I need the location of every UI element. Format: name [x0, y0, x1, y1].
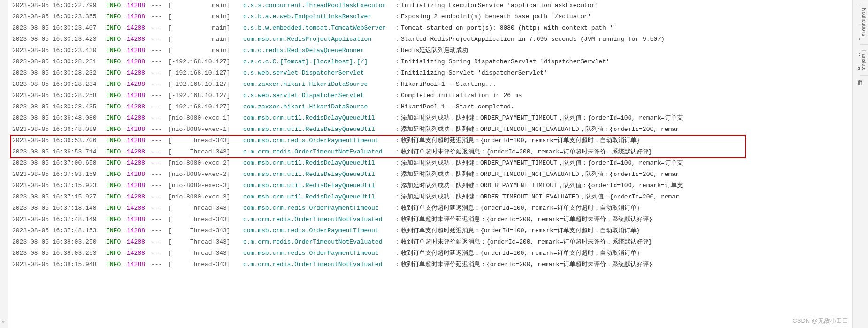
console-output[interactable]: 2023-08-05 16:30:22.799INFO14288---[ mai… [8, 0, 852, 328]
log-row[interactable]: 2023-08-05 16:30:28.234INFO14288---[-192… [8, 79, 852, 90]
log-pid: 14288 [127, 101, 151, 113]
chevron-down-icon[interactable]: ⌄ [1, 317, 5, 324]
log-class: com.msb.crm.util.RedisDelayQueueUtil [243, 124, 393, 135]
log-pid: 14288 [127, 203, 151, 214]
log-pid: 14288 [127, 146, 151, 158]
log-class: com.msb.crm.redis.OrderPaymentTimeout [243, 203, 393, 214]
log-colon: : [393, 0, 401, 11]
log-thread: [ main] [168, 45, 243, 56]
log-message: Exposing 2 endpoint(s) beneath base path… [401, 11, 848, 23]
log-level: INFO [106, 0, 127, 11]
log-level: INFO [106, 11, 127, 23]
log-level: INFO [106, 259, 127, 270]
log-thread: [-192.168.10.127] [168, 90, 243, 101]
log-thread: [nio-8080-exec-1] [168, 113, 243, 124]
log-row[interactable]: 2023-08-05 16:38:03.250INFO14288---[ Thr… [8, 236, 852, 248]
log-message: 添加延时队列成功，队列键：ORDER_PAYMENT_TIMEOUT，队列值：{… [401, 113, 848, 124]
log-timestamp: 2023-08-05 16:30:28.231 [12, 56, 106, 68]
clear-all-icon[interactable]: 🗑 [856, 79, 865, 87]
soft-wrap-icon[interactable]: ↲ [856, 34, 865, 42]
log-level: INFO [106, 23, 127, 34]
log-timestamp: 2023-08-05 16:36:53.714 [12, 146, 106, 158]
log-pid: 14288 [127, 113, 151, 124]
log-row[interactable]: 2023-08-05 16:37:15.927INFO14288---[nio-… [8, 191, 852, 203]
log-level: INFO [106, 90, 127, 101]
log-row[interactable]: 2023-08-05 16:30:28.435INFO14288---[-192… [8, 101, 852, 113]
log-row[interactable]: 2023-08-05 16:38:03.253INFO14288---[ Thr… [8, 248, 852, 259]
log-pid: 14288 [127, 214, 151, 225]
log-row[interactable]: 2023-08-05 16:37:18.148INFO14288---[ Thr… [8, 203, 852, 214]
log-pid: 14288 [127, 191, 151, 203]
log-level: INFO [106, 34, 127, 45]
log-row[interactable]: 2023-08-05 16:38:15.948INFO14288---[ Thr… [8, 259, 852, 270]
log-row[interactable]: 2023-08-05 16:30:22.799INFO14288---[ mai… [8, 0, 852, 11]
log-separator: --- [151, 158, 168, 169]
log-timestamp: 2023-08-05 16:30:28.234 [12, 79, 106, 90]
log-class: c.m.c.redis.RedisDelayQueueRunner [243, 45, 393, 56]
log-separator: --- [151, 0, 168, 11]
scroll-down-icon[interactable]: ↓ [856, 19, 865, 27]
log-row[interactable]: 2023-08-05 16:37:00.658INFO14288---[nio-… [8, 158, 852, 169]
log-row[interactable]: 2023-08-05 16:30:23.430INFO14288---[ mai… [8, 45, 852, 56]
log-thread: [-192.168.10.127] [168, 101, 243, 113]
log-timestamp: 2023-08-05 16:37:18.148 [12, 203, 106, 214]
log-message: 收到订单支付超时延迟消息：{orderId=100, remark=订单支付超时… [401, 203, 848, 214]
log-row[interactable]: 2023-08-05 16:36:48.080INFO14288---[nio-… [8, 113, 852, 124]
log-separator: --- [151, 34, 168, 45]
log-pid: 14288 [127, 236, 151, 248]
log-level: INFO [106, 225, 127, 236]
log-thread: [ Thread-343] [168, 135, 243, 146]
print-icon[interactable]: 🖶 [856, 64, 865, 72]
log-message: 收到订单超时未评价延迟消息：{orderId=200, remark=订单超时未… [401, 236, 848, 248]
log-row[interactable]: 2023-08-05 16:30:28.232INFO14288---[-192… [8, 68, 852, 79]
log-timestamp: 2023-08-05 16:37:03.159 [12, 169, 106, 180]
log-separator: --- [151, 146, 168, 158]
log-timestamp: 2023-08-05 16:30:22.799 [12, 0, 106, 11]
log-thread: [ Thread-343] [168, 259, 243, 270]
log-colon: : [393, 56, 401, 68]
log-row[interactable]: 2023-08-05 16:36:53.706INFO14288---[ Thr… [8, 135, 852, 146]
log-row[interactable]: 2023-08-05 16:37:15.923INFO14288---[nio-… [8, 180, 852, 191]
log-colon: : [393, 68, 401, 79]
scroll-to-end-icon[interactable]: ⭳ [856, 49, 865, 57]
log-pid: 14288 [127, 225, 151, 236]
log-timestamp: 2023-08-05 16:30:23.430 [12, 45, 106, 56]
log-message: 添加延时队列成功，队列键：ORDER_TIMEOUT_NOT_EVALUATED… [401, 169, 848, 180]
log-thread: [ Thread-343] [168, 146, 243, 158]
log-timestamp: 2023-08-05 16:36:53.706 [12, 135, 106, 146]
log-separator: --- [151, 214, 168, 225]
log-thread: [ main] [168, 34, 243, 45]
log-row[interactable]: 2023-08-05 16:37:48.153INFO14288---[ Thr… [8, 225, 852, 236]
log-level: INFO [106, 79, 127, 90]
log-message: Redis延迟队列启动成功 [401, 45, 848, 56]
log-row[interactable]: 2023-08-05 16:36:48.089INFO14288---[nio-… [8, 124, 852, 135]
log-row[interactable]: 2023-08-05 16:30:28.231INFO14288---[-192… [8, 56, 852, 68]
log-message: Initializing Spring DispatcherServlet 'd… [401, 56, 848, 68]
log-separator: --- [151, 225, 168, 236]
log-thread: [-192.168.10.127] [168, 79, 243, 90]
log-level: INFO [106, 113, 127, 124]
log-class: o.s.web.servlet.DispatcherServlet [243, 68, 393, 79]
log-timestamp: 2023-08-05 16:30:23.423 [12, 34, 106, 45]
log-colon: : [393, 158, 401, 169]
log-message: 添加延时队列成功，队列键：ORDER_PAYMENT_TIMEOUT，队列值：{… [401, 180, 848, 191]
log-row[interactable]: 2023-08-05 16:37:03.159INFO14288---[nio-… [8, 169, 852, 180]
log-level: INFO [106, 214, 127, 225]
log-pid: 14288 [127, 169, 151, 180]
log-timestamp: 2023-08-05 16:37:15.927 [12, 191, 106, 203]
log-colon: : [393, 225, 401, 236]
log-level: INFO [106, 180, 127, 191]
log-message: HikariPool-1 - Starting... [401, 79, 848, 90]
log-row[interactable]: 2023-08-05 16:37:48.149INFO14288---[ Thr… [8, 214, 852, 225]
log-row[interactable]: 2023-08-05 16:30:23.407INFO14288---[ mai… [8, 23, 852, 34]
log-pid: 14288 [127, 158, 151, 169]
log-row[interactable]: 2023-08-05 16:30:23.423INFO14288---[ mai… [8, 34, 852, 45]
log-row[interactable]: 2023-08-05 16:30:23.355INFO14288---[ mai… [8, 11, 852, 23]
log-timestamp: 2023-08-05 16:30:28.232 [12, 68, 106, 79]
log-message: 收到订单超时未评价延迟消息：{orderId=200, remark=订单超时未… [401, 146, 848, 158]
log-class: com.msb.crm.util.RedisDelayQueueUtil [243, 191, 393, 203]
console-toolbar: ↑ ↓ ↲ ⭳ 🖶 🗑 [852, 0, 868, 328]
log-row[interactable]: 2023-08-05 16:36:53.714INFO14288---[ Thr… [8, 146, 852, 158]
scroll-up-icon[interactable]: ↑ [856, 4, 865, 12]
log-row[interactable]: 2023-08-05 16:30:28.258INFO14288---[-192… [8, 90, 852, 101]
